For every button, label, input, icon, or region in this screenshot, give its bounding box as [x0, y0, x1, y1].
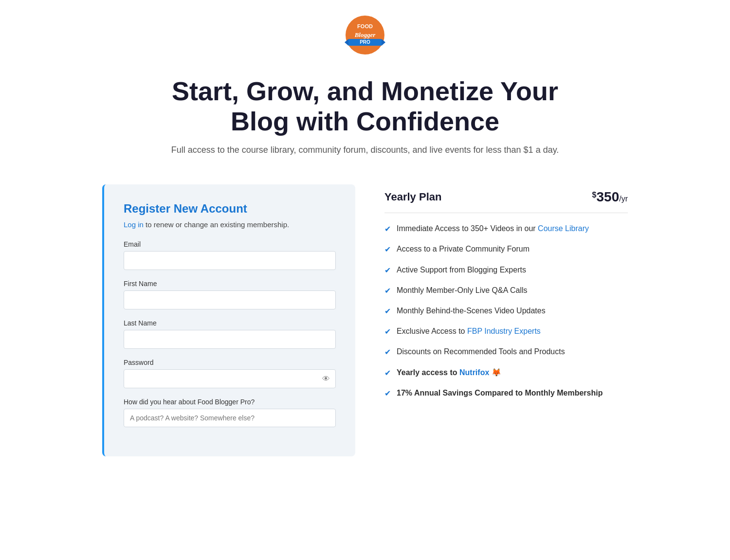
- check-icon-forum: ✔: [384, 244, 391, 255]
- registration-form-card: Register New Account Log in to renew or …: [102, 184, 355, 456]
- check-icon-videos: ✔: [384, 223, 391, 235]
- check-icon-savings: ✔: [384, 388, 391, 399]
- email-field-group: Email: [124, 240, 336, 270]
- hero-subtitle: Full access to the course library, commu…: [165, 145, 565, 155]
- first-name-label: First Name: [124, 280, 336, 288]
- benefit-item-support: ✔ Active Support from Blogging Experts: [384, 264, 628, 276]
- benefit-item-savings: ✔ 17% Annual Savings Compared to Monthly…: [384, 387, 628, 399]
- check-icon-discounts: ✔: [384, 346, 391, 358]
- hear-about-field-group: How did you hear about Food Blogger Pro?: [124, 398, 336, 427]
- benefit-item-experts: ✔ Exclusive Access to FBP Industry Exper…: [384, 325, 628, 337]
- password-visibility-toggle-icon[interactable]: 👁: [322, 375, 330, 383]
- benefit-item-videos: ✔ Immediate Access to 350+ Videos in our…: [384, 223, 628, 235]
- hear-about-input[interactable]: [124, 409, 336, 427]
- svg-text:Blogger: Blogger: [354, 31, 376, 38]
- benefit-item-video-updates: ✔ Monthly Behind-the-Scenes Video Update…: [384, 305, 628, 317]
- benefit-text-forum: Access to a Private Community Forum: [397, 243, 628, 254]
- benefit-text-savings: 17% Annual Savings Compared to Monthly M…: [397, 387, 628, 398]
- plan-price: $350/yr: [592, 189, 628, 205]
- benefit-text-nutrifox: Yearly access to Nutrifox 🦊: [397, 367, 628, 378]
- check-icon-nutrifox: ✔: [384, 367, 391, 379]
- benefit-item-forum: ✔ Access to a Private Community Forum: [384, 243, 628, 255]
- benefit-text-videos: Immediate Access to 350+ Videos in our C…: [397, 223, 628, 234]
- benefit-item-nutrifox: ✔ Yearly access to Nutrifox 🦊: [384, 367, 628, 379]
- check-icon-qa: ✔: [384, 285, 391, 296]
- benefit-item-discounts: ✔ Discounts on Recommended Tools and Pro…: [384, 346, 628, 358]
- check-icon-support: ✔: [384, 265, 391, 276]
- page-header: FOOD Blogger PRO: [0, 0, 730, 66]
- hero-section: Start, Grow, and Monetize Your Blog with…: [146, 66, 584, 170]
- plan-header: Yearly Plan $350/yr: [384, 189, 628, 205]
- benefit-text-experts: Exclusive Access to FBP Industry Experts: [397, 325, 628, 337]
- form-login-text: Log in to renew or change an existing me…: [124, 220, 336, 229]
- password-wrapper: 👁: [124, 369, 336, 388]
- fbp-experts-link[interactable]: FBP Industry Experts: [467, 327, 541, 335]
- hero-title: Start, Grow, and Monetize Your Blog with…: [165, 76, 565, 136]
- last-name-label: Last Name: [124, 319, 336, 327]
- last-name-field-group: Last Name: [124, 319, 336, 349]
- password-label: Password: [124, 359, 336, 366]
- email-input[interactable]: [124, 251, 336, 270]
- email-label: Email: [124, 240, 336, 248]
- nutrifox-link[interactable]: Nutrifox: [459, 368, 489, 377]
- logo[interactable]: FOOD Blogger PRO: [344, 14, 386, 56]
- last-name-input[interactable]: [124, 330, 336, 349]
- benefit-text-support: Active Support from Blogging Experts: [397, 264, 628, 275]
- svg-text:FOOD: FOOD: [357, 23, 373, 29]
- password-input[interactable]: [124, 369, 336, 388]
- svg-text:PRO: PRO: [360, 39, 370, 45]
- check-icon-experts: ✔: [384, 326, 391, 337]
- form-title: Register New Account: [124, 202, 336, 216]
- login-link[interactable]: Log in: [124, 220, 144, 229]
- plan-title: Yearly Plan: [384, 191, 441, 203]
- benefit-text-qa: Monthly Member-Only Live Q&A Calls: [397, 285, 628, 296]
- first-name-field-group: First Name: [124, 280, 336, 309]
- hear-about-label: How did you hear about Food Blogger Pro?: [124, 398, 336, 406]
- check-icon-video-updates: ✔: [384, 306, 391, 317]
- plan-price-period: /yr: [619, 195, 628, 203]
- benefit-text-discounts: Discounts on Recommended Tools and Produ…: [397, 346, 628, 357]
- plan-divider: [384, 213, 628, 213]
- fox-emoji: 🦊: [492, 368, 501, 377]
- benefit-item-qa: ✔ Monthly Member-Only Live Q&A Calls: [384, 285, 628, 296]
- plan-price-amount: 350: [597, 189, 620, 204]
- plan-benefits-section: Yearly Plan $350/yr ✔ Immediate Access t…: [384, 184, 628, 408]
- plan-price-symbol: $: [592, 191, 597, 199]
- main-content: Register New Account Log in to renew or …: [73, 184, 657, 456]
- course-library-link[interactable]: Course Library: [538, 224, 589, 233]
- first-name-input[interactable]: [124, 290, 336, 309]
- benefit-text-video-updates: Monthly Behind-the-Scenes Video Updates: [397, 305, 628, 316]
- password-field-group: Password 👁: [124, 359, 336, 388]
